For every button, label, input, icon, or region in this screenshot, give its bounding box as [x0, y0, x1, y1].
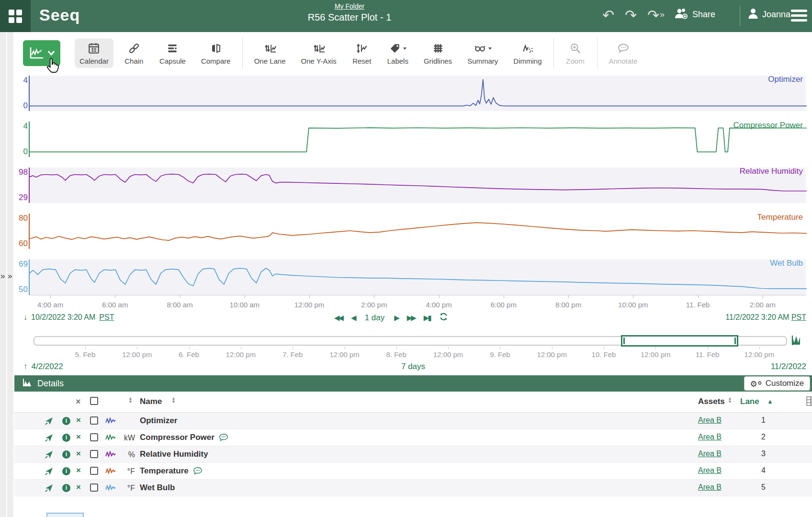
jump-forward-button[interactable]: ▶▶ — [407, 314, 415, 322]
lane-label[interactable]: Compressor Power — [733, 121, 803, 130]
asset-link[interactable]: Area B — [698, 483, 722, 492]
item-name[interactable]: Relative Humidity — [140, 450, 208, 459]
lane-label[interactable]: Temperature — [757, 213, 803, 222]
selection-right-handle[interactable] — [734, 337, 736, 344]
dimming-button[interactable]: Dimming — [508, 38, 546, 68]
column-header-assets[interactable]: Assets — [698, 397, 725, 406]
item-checkbox[interactable] — [90, 483, 98, 492]
redo-icon[interactable]: ↷ — [625, 8, 637, 22]
item-name[interactable]: Optimizer — [140, 416, 177, 426]
jump-back-button[interactable]: ◀◀ — [334, 314, 342, 322]
step-forward-button[interactable]: ▶ — [394, 314, 398, 322]
item-name[interactable]: Compressor Power — [140, 433, 228, 442]
details-table-body: i×OptimizerArea B1i×kWCompressor PowerAr… — [14, 413, 812, 496]
toolbar-divider — [597, 37, 598, 69]
page-title: R56 Scatter Plot - 1 — [0, 12, 699, 23]
lane-temperature[interactable]: 8060Temperature — [29, 214, 806, 249]
undo-icon[interactable]: ↶ — [602, 8, 614, 22]
onelane-button[interactable]: One Lane — [249, 38, 291, 68]
item-name[interactable]: Wet Bulb — [140, 483, 175, 493]
remove-item-icon[interactable]: × — [76, 432, 81, 442]
selection-left-handle[interactable] — [623, 337, 625, 344]
item-checkbox[interactable] — [90, 433, 98, 441]
asset-swap-rocket-icon[interactable] — [45, 467, 54, 478]
reset-button[interactable]: Reset — [347, 38, 377, 68]
item-checkbox[interactable] — [90, 467, 98, 475]
x-axis-tick-label: 8:00 pm — [547, 301, 590, 309]
breadcrumb[interactable]: My Folder — [335, 2, 364, 10]
trend-chart[interactable]: 40Optimizer40Compressor Power9829Relativ… — [29, 76, 806, 315]
calendar-button[interactable]: Calendar — [75, 38, 113, 68]
user-icon — [748, 8, 758, 22]
y-axis-max-label: 4 — [11, 122, 28, 131]
asset-link[interactable]: Area B — [698, 450, 722, 458]
column-header-lane[interactable]: Lane — [740, 397, 759, 406]
lane-label[interactable]: Wet Bulb — [770, 258, 803, 268]
add-column-icon[interactable] — [805, 395, 812, 410]
timebar-tick — [241, 347, 241, 349]
asset-swap-rocket-icon[interactable] — [45, 450, 54, 461]
remove-item-icon[interactable]: × — [76, 466, 81, 475]
asset-swap-rocket-icon[interactable] — [45, 433, 54, 444]
lane-wet-bulb[interactable]: 6950Wet Bulb — [29, 259, 806, 295]
refresh-icon[interactable] — [439, 312, 448, 324]
item-info-icon[interactable]: i — [62, 467, 70, 475]
lane-compressor-power[interactable]: 40Compressor Power — [29, 122, 806, 157]
hamburger-menu-icon[interactable] — [791, 10, 807, 24]
expand-left-panel-1[interactable]: » — [0, 32, 7, 517]
range-start-text[interactable]: 10/2/2022 3:20 AM — [31, 313, 95, 322]
chain-button[interactable]: Chain — [119, 38, 149, 68]
remove-item-icon[interactable]: × — [76, 483, 81, 492]
capsule-button[interactable]: Capsule — [155, 38, 191, 68]
sort-asc-icon[interactable]: ▲ — [767, 398, 773, 405]
y-axis-min-label: 50 — [11, 285, 28, 294]
item-checkbox[interactable] — [90, 416, 98, 425]
asset-swap-rocket-icon[interactable] — [45, 483, 54, 495]
item-info-icon[interactable]: i — [62, 484, 70, 492]
timezone-link[interactable]: PST — [99, 313, 114, 322]
summary-button[interactable]: Summary — [462, 38, 503, 68]
labels-button[interactable]: Labels — [383, 38, 413, 68]
asset-link[interactable]: Area B — [698, 433, 722, 441]
remove-item-icon[interactable]: × — [76, 449, 81, 459]
select-all-checkbox[interactable] — [90, 397, 98, 405]
user-menu-button[interactable]: Joanna — [748, 8, 790, 22]
timebar-tick — [137, 347, 137, 349]
item-info-icon[interactable]: i — [62, 417, 70, 425]
timebar-trend-icon[interactable] — [791, 334, 803, 348]
item-info-icon[interactable]: i — [62, 450, 70, 459]
customize-button[interactable]: ⚙⚙ Customize — [744, 376, 810, 391]
capsule-icon — [166, 41, 179, 56]
sort-icon[interactable]: ▲▼ — [728, 397, 732, 404]
sort-icon[interactable]: ▲▼ — [171, 397, 176, 404]
compare-button[interactable]: Compare — [196, 38, 236, 68]
item-checkbox[interactable] — [90, 450, 98, 458]
oneyaxis-button[interactable]: One Y-Axis — [296, 38, 341, 68]
lane-relative-humidity[interactable]: 9829Relative Humidity — [29, 168, 806, 203]
item-name[interactable]: Temperature — [140, 466, 203, 476]
lane-label[interactable]: Relative Humidity — [740, 167, 803, 176]
asset-link[interactable]: Area B — [698, 466, 722, 475]
asset-swap-rocket-icon[interactable] — [45, 416, 54, 427]
share-button[interactable]: Share — [674, 8, 715, 22]
investigate-range-end[interactable]: 11/2/2022 — [771, 362, 806, 371]
gridlines-button[interactable]: Gridlines — [419, 38, 457, 68]
timebar-selection[interactable] — [621, 335, 738, 347]
lane-optimizer[interactable]: 40Optimizer — [29, 76, 806, 111]
asset-link[interactable]: Area B — [698, 416, 722, 425]
lane-label[interactable]: Optimizer — [768, 75, 803, 84]
redo-all-icon[interactable]: ↷ — [647, 8, 659, 22]
remove-item-icon[interactable]: × — [76, 416, 81, 425]
item-info-icon[interactable]: i — [62, 434, 70, 442]
sort-icon[interactable]: ▲▼ — [128, 397, 133, 404]
timebar-tick — [655, 347, 656, 349]
jump-to-end-button[interactable]: ▶▮ — [424, 314, 430, 322]
column-header-name[interactable]: Name — [140, 397, 162, 406]
range-duration-button[interactable]: 1 day — [364, 313, 386, 323]
remove-all-button[interactable]: × — [76, 397, 81, 407]
overview-timebar[interactable] — [34, 336, 787, 346]
range-end-text[interactable]: 11/2/2022 3:20 AM — [725, 313, 789, 321]
timezone-link[interactable]: PST — [791, 313, 806, 321]
step-back-button[interactable]: ◀ — [351, 314, 355, 322]
investigate-range-span: 7 days — [14, 362, 812, 371]
